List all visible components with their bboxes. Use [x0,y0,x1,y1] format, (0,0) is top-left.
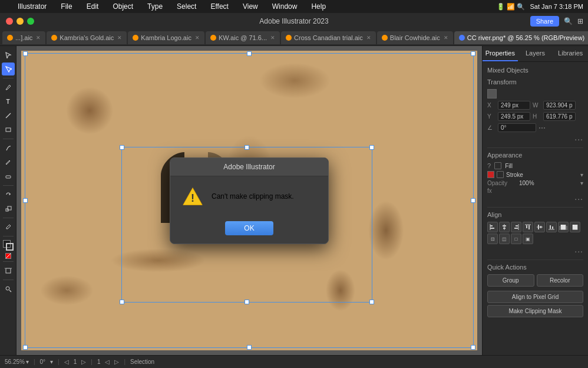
menu-view[interactable]: View [239,1,262,12]
tab-6-close[interactable]: ✕ [444,35,448,41]
tab-5-close[interactable]: ✕ [366,35,371,41]
group-button[interactable]: Group [487,274,534,287]
rotate-tool[interactable] [2,188,15,201]
x-input[interactable] [498,101,530,110]
tab-7-active[interactable]: CC river.png* @ 56.25 % (RGB/Preview) ✕ [454,31,588,44]
align-left-btn[interactable] [487,222,498,232]
h-input[interactable] [543,112,576,121]
pencil-tool[interactable] [2,156,15,169]
stroke-expand-icon[interactable]: ▾ [580,172,583,178]
menu-file[interactable]: File [57,1,75,12]
align-right-btn[interactable] [511,222,521,232]
hw-row: Y H [487,112,583,121]
svg-rect-19 [514,228,518,229]
artboard-tool[interactable] [2,264,15,277]
distribute-6-btn[interactable]: ▣ [523,234,533,244]
y-input[interactable] [498,112,530,121]
svg-rect-1 [6,128,11,132]
tool-separator-6 [3,261,14,262]
type-tool[interactable]: T [2,95,15,108]
fill-question-icon: ? [487,162,491,169]
libraries-tab[interactable]: Libraries [553,46,588,61]
make-clipping-mask-button[interactable]: Make Clipping Mask [487,305,583,317]
dialog-body: ! Can't make clipping mask. [170,176,328,216]
scale-tool[interactable] [2,202,15,215]
dialog-ok-button[interactable]: OK [225,221,273,235]
selection-tool[interactable] [2,48,15,61]
status-sep-2: | [58,359,60,365]
align-bottom-btn[interactable] [546,222,557,232]
share-button[interactable]: Share [530,16,559,27]
maximize-window-button[interactable] [27,18,34,25]
menu-help[interactable]: Help [308,1,329,12]
next-page-button[interactable]: ▷ [81,359,86,365]
properties-tab[interactable]: Properties [483,46,518,61]
tab-4-close[interactable]: ✕ [270,35,275,41]
nav-next[interactable]: ▷ [114,359,119,365]
align-center-h-btn[interactable] [499,222,510,232]
distribute-3-btn[interactable]: ⊡ [487,234,498,244]
zoom-tool[interactable] [2,282,15,295]
minimize-window-button[interactable] [16,18,24,25]
align-middle-btn[interactable] [534,222,545,232]
fill-stroke-indicator[interactable] [3,240,14,251]
tab-5[interactable]: Cross Canadian trial.aic ✕ [281,31,376,44]
menu-type[interactable]: Type [144,1,166,12]
w-input[interactable] [543,101,576,110]
none-indicator[interactable] [5,253,11,259]
menu-object[interactable]: Object [109,1,137,12]
align-pixel-grid-button[interactable]: Align to Pixel Grid [487,291,583,303]
nav-prev[interactable]: ◁ [105,359,110,365]
align-more-button[interactable]: ··· [574,247,583,256]
tab-3-close[interactable]: ✕ [195,35,200,41]
tab-1[interactable]: ...].aic ✕ [2,31,45,44]
eraser-tool[interactable] [2,170,15,183]
stroke-swatch[interactable] [6,243,14,251]
tab-2[interactable]: Kambria's Gold.aic ✕ [47,31,127,44]
line-tool[interactable] [2,109,15,122]
tab-4[interactable]: KW.aic @ 71.6... ✕ [206,31,280,44]
prev-page-button[interactable]: ◁ [64,359,69,365]
rectangle-tool[interactable] [2,123,15,136]
appearance-more-button[interactable]: ··· [574,194,583,203]
stroke-swatch-display[interactable] [497,171,504,178]
paintbrush-tool[interactable] [2,142,15,155]
angle-more-icon[interactable]: ⋯ [539,124,546,132]
recolor-button[interactable]: Recolor [537,274,584,287]
angle-input[interactable] [498,123,536,132]
zoom-control[interactable]: 56.25% ▾ [5,359,29,365]
distribute-5-btn[interactable]: □ [511,234,521,244]
distribute-h-btn[interactable]: |⬜| [558,222,569,232]
svg-rect-18 [516,225,518,226]
layers-tab[interactable]: Layers [518,46,553,61]
distribute-4-btn[interactable]: ◫ [499,234,510,244]
menu-select[interactable]: Select [173,1,200,12]
tab-2-icon [51,35,57,41]
transform-more-button[interactable]: ··· [574,134,583,144]
grid-view-icon[interactable]: ⊞ [577,17,583,25]
opacity-expand-icon[interactable]: ▾ [580,180,583,186]
distribute-v-btn[interactable]: ⬜ [570,222,580,232]
angle-dropdown-icon[interactable]: ▾ [50,359,53,365]
search-icon[interactable]: 🔍 [564,17,573,25]
tab-2-close[interactable]: ✕ [117,35,122,41]
menu-effect[interactable]: Effect [207,1,232,12]
zoom-dropdown-icon[interactable]: ▾ [26,359,29,365]
svg-rect-13 [490,228,494,229]
fill-color-swatch[interactable] [494,162,501,169]
pen-tool[interactable] [2,81,15,94]
tab-1-close[interactable]: ✕ [36,35,41,41]
tab-6[interactable]: Blair Cowhide.aic ✕ [377,31,453,44]
transform-more: ··· [487,134,583,144]
xy-row: X W [487,101,583,110]
direct-selection-tool[interactable] [2,63,15,75]
eyedropper-tool[interactable] [2,221,15,234]
align-top-btn[interactable] [523,222,533,232]
tab-5-label: Cross Canadian trial.aic [294,34,363,41]
dialog-message: Can't make clipping mask. [212,192,294,201]
menu-edit[interactable]: Edit [83,1,103,12]
menu-window[interactable]: Window [269,1,301,12]
close-window-button[interactable] [6,18,13,25]
menu-illustrator[interactable]: Illustrator [14,1,50,12]
tab-3[interactable]: Kambria Logo.aic ✕ [128,31,204,44]
